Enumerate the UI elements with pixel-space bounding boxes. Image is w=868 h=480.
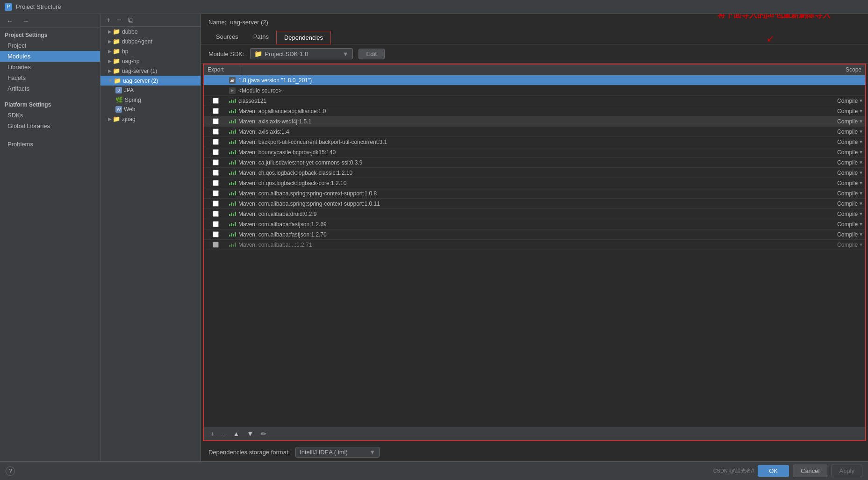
dep-checkbox-classes121[interactable]	[204, 98, 227, 104]
dep-scope-bouncycastle[interactable]: Compile ▼	[818, 149, 865, 156]
checkbox-spring-context-1[interactable]	[213, 190, 219, 196]
dep-checkbox-logback-classic[interactable]	[204, 170, 227, 176]
dep-scope-logback-core[interactable]: Compile ▼	[818, 180, 865, 186]
sidebar-item-libraries[interactable]: Libraries	[0, 62, 100, 72]
storage-dropdown[interactable]: IntelliJ IDEA (.iml) ▼	[295, 447, 380, 458]
checkbox-axis[interactable]	[213, 129, 219, 135]
checkbox-logback-core[interactable]	[213, 180, 219, 186]
apply-button[interactable]: Apply	[831, 465, 862, 477]
dep-row-logback-core[interactable]: Maven: ch.qos.logback:logback-core:1.2.1…	[204, 178, 865, 188]
dep-checkbox-ca-julius[interactable]	[204, 159, 227, 165]
tree-item-uag-server-1[interactable]: ▶ 📁 uag-server (1)	[100, 66, 201, 76]
dep-checkbox-aopalliance[interactable]	[204, 108, 227, 114]
dep-scope-logback-classic[interactable]: Compile ▼	[818, 170, 865, 176]
deps-move-up-button[interactable]: ▲	[230, 429, 242, 438]
checkbox-druid[interactable]	[213, 211, 219, 217]
dep-checkbox-spring-context-2[interactable]	[204, 201, 227, 207]
tree-item-dubbo[interactable]: ▶ 📁 dubbo	[100, 27, 201, 36]
dep-row-module-source[interactable]: ▶ <Module source>	[204, 86, 865, 96]
dep-scope-backport[interactable]: Compile ▼	[818, 139, 865, 145]
dep-checkbox-bouncycastle[interactable]	[204, 149, 227, 155]
dep-scope-ca-julius[interactable]: Compile ▼	[818, 159, 865, 166]
dep-scope-classes121[interactable]: Compile ▼	[818, 98, 865, 104]
checkbox-backport[interactable]	[213, 139, 219, 145]
tab-paths[interactable]: Paths	[246, 30, 276, 44]
tree-item-spring[interactable]: 🌿 Spring	[100, 95, 201, 105]
dep-row-bouncycastle[interactable]: Maven: bouncycastle:bcprov-jdk15:140 Com…	[204, 147, 865, 158]
checkbox-axis-wsdl4j[interactable]	[213, 118, 219, 124]
sidebar-item-problems[interactable]: Problems	[0, 139, 100, 150]
dep-row-spring-context-2[interactable]: Maven: com.alibaba.spring:spring-context…	[204, 199, 865, 209]
dep-row-ca-julius[interactable]: Maven: ca.juliusdavies:not-yet-commons-s…	[204, 158, 865, 168]
dep-row-axis[interactable]: Maven: axis:axis:1.4 Compile ▼	[204, 127, 865, 137]
sidebar-item-global-libraries[interactable]: Global Libraries	[0, 121, 100, 131]
dep-scope-spring-context-2[interactable]: Compile ▼	[818, 201, 865, 207]
dep-checkbox-backport[interactable]	[204, 139, 227, 145]
tree-item-hp[interactable]: ▶ 📁 hp	[100, 46, 201, 56]
tree-item-jpa[interactable]: J JPA	[100, 86, 201, 95]
deps-move-down-button[interactable]: ▼	[244, 429, 256, 438]
checkbox-fastjson-70[interactable]	[213, 231, 219, 237]
dep-row-jdk[interactable]: ☕ 1.8 (java version "1.8.0_201")	[204, 75, 865, 86]
dep-row-more[interactable]: Maven: com.alibaba:...:1.2.71 Compile ▼	[204, 240, 865, 250]
sidebar-item-project[interactable]: Project	[0, 40, 100, 51]
tree-item-dubboagent[interactable]: ▶ 📁 dubboAgent	[100, 36, 201, 46]
checkbox-ca-julius[interactable]	[213, 159, 219, 165]
dep-scope-axis-wsdl4j[interactable]: Compile ▼	[818, 118, 865, 125]
dep-row-classes121[interactable]: classes121 Compile ▼	[204, 96, 865, 106]
checkbox-logback-classic[interactable]	[213, 170, 219, 176]
help-button[interactable]: ?	[6, 466, 15, 476]
dep-row-druid[interactable]: Maven: com.alibaba:druid:0.2.9 Compile ▼	[204, 209, 865, 219]
tab-sources[interactable]: Sources	[208, 30, 246, 44]
dep-row-spring-context-1[interactable]: Maven: com.alibaba.spring:spring-context…	[204, 188, 865, 199]
sidebar-item-sdks[interactable]: SDKs	[0, 110, 100, 121]
checkbox-more[interactable]	[213, 242, 219, 248]
dep-checkbox-druid[interactable]	[204, 211, 227, 217]
tree-item-uag-hp[interactable]: ▶ 📁 uag-hp	[100, 56, 201, 66]
cancel-button[interactable]: Cancel	[793, 465, 827, 477]
checkbox-spring-context-2[interactable]	[213, 201, 219, 207]
sidebar-item-facets[interactable]: Facets	[0, 72, 100, 83]
dep-scope-fastjson-70[interactable]: Compile ▼	[818, 231, 865, 238]
deps-remove-button[interactable]: −	[219, 429, 228, 438]
dep-row-fastjson-69[interactable]: Maven: com.alibaba:fastjson:1.2.69 Compi…	[204, 219, 865, 229]
sidebar-item-modules[interactable]: Modules	[0, 51, 100, 62]
tree-item-web[interactable]: W Web	[100, 105, 201, 114]
sdk-dropdown[interactable]: 📁 Project SDK 1.8 ▼	[250, 48, 353, 59]
tree-item-uag-server-2[interactable]: ▼ 📁 uag-server (2)	[100, 76, 201, 86]
dep-scope-aopalliance[interactable]: Compile ▼	[818, 108, 865, 115]
dep-scope-druid[interactable]: Compile ▼	[818, 211, 865, 217]
dep-checkbox-spring-context-1[interactable]	[204, 190, 227, 196]
dep-checkbox-axis[interactable]	[204, 129, 227, 135]
tab-dependencies[interactable]: Dependencies	[276, 31, 331, 44]
dep-row-fastjson-70[interactable]: Maven: com.alibaba:fastjson:1.2.70 Compi…	[204, 229, 865, 240]
checkbox-bouncycastle[interactable]	[213, 149, 219, 155]
dep-checkbox-axis-wsdl4j[interactable]	[204, 118, 227, 124]
ok-button[interactable]: OK	[758, 465, 789, 477]
checkbox-aopalliance[interactable]	[213, 108, 219, 114]
dep-row-backport[interactable]: Maven: backport-util-concurrent:backport…	[204, 137, 865, 147]
tree-copy-button[interactable]: ⧉	[126, 16, 135, 24]
dep-scope-spring-context-1[interactable]: Compile ▼	[818, 190, 865, 197]
tree-remove-button[interactable]: −	[115, 16, 123, 24]
deps-add-button[interactable]: +	[208, 429, 217, 438]
dep-row-logback-classic[interactable]: Maven: ch.qos.logback:logback-classic:1.…	[204, 168, 865, 178]
edit-sdk-button[interactable]: Edit	[359, 49, 385, 59]
nav-back-button[interactable]: ←	[4, 16, 16, 26]
dep-checkbox-more[interactable]	[204, 242, 227, 248]
dep-scope-fastjson-69[interactable]: Compile ▼	[818, 221, 865, 228]
dep-checkbox-logback-core[interactable]	[204, 180, 227, 186]
deps-edit-button[interactable]: ✏	[258, 429, 269, 438]
dep-checkbox-fastjson-70[interactable]	[204, 231, 227, 237]
dep-row-axis-wsdl4j[interactable]: Maven: axis:axis-wsdl4j:1.5.1 Compile ▼	[204, 116, 865, 127]
nav-forward-button[interactable]: →	[20, 16, 32, 26]
checkbox-classes121[interactable]	[213, 98, 219, 104]
sidebar-item-artifacts[interactable]: Artifacts	[0, 83, 100, 94]
dep-scope-axis[interactable]: Compile ▼	[818, 129, 865, 135]
dep-scope-more[interactable]: Compile ▼	[818, 242, 865, 248]
tree-add-button[interactable]: +	[104, 16, 112, 24]
checkbox-fastjson-69[interactable]	[213, 221, 219, 227]
tree-item-zjuag[interactable]: ▶ 📁 zjuag	[100, 114, 201, 124]
dep-row-aopalliance[interactable]: Maven: aopalliance:aopalliance:1.0 Compi…	[204, 106, 865, 116]
dep-checkbox-fastjson-69[interactable]	[204, 221, 227, 227]
